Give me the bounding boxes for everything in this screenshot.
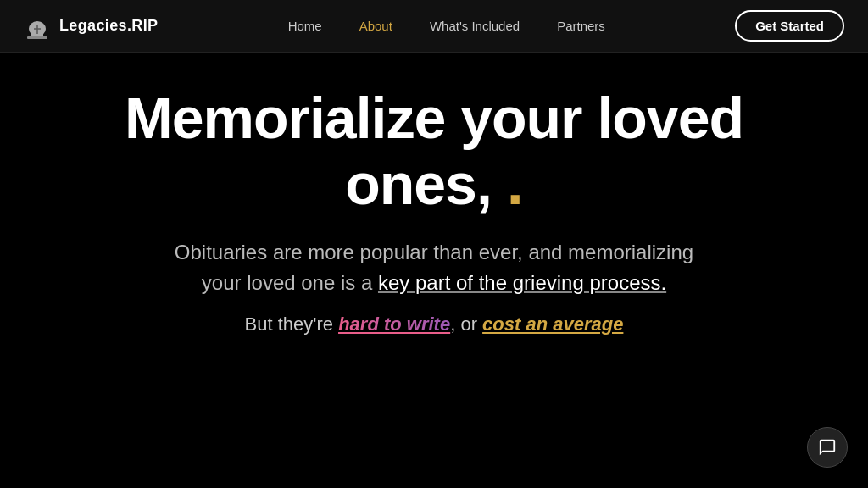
- logo[interactable]: Legacies.RIP: [24, 13, 158, 40]
- hero-title-dot: .: [507, 149, 523, 217]
- nav-about[interactable]: About: [344, 14, 408, 38]
- hero-bottom-prefix: But they're: [245, 313, 339, 335]
- hero-title-line1: Memorialize your loved: [125, 86, 743, 150]
- hero-title: Memorialize your loved ones, .: [125, 86, 743, 217]
- logo-text: Legacies.RIP: [59, 17, 158, 35]
- cost-average-link[interactable]: cost an average: [482, 313, 623, 335]
- svg-rect-2: [27, 36, 47, 39]
- hero-bottom-text: But they're hard to write, or cost an av…: [245, 313, 624, 336]
- chat-icon: [818, 438, 837, 457]
- hero-title-line2: ones,: [345, 152, 492, 216]
- nav-whats-included[interactable]: What's Included: [415, 14, 535, 38]
- get-started-button[interactable]: Get Started: [735, 10, 844, 42]
- hard-to-write-link[interactable]: hard to write: [338, 313, 450, 335]
- hero-bottom-mid: , or: [450, 313, 482, 335]
- grieving-link[interactable]: key part of the grieving process.: [378, 271, 666, 294]
- tombstone-icon: [24, 13, 51, 40]
- hero-subtitle: Obituaries are more popular than ever, a…: [171, 237, 697, 298]
- nav-links: Home About What's Included Partners: [273, 14, 620, 38]
- nav-partners[interactable]: Partners: [542, 14, 620, 38]
- chat-widget[interactable]: [807, 427, 848, 468]
- navbar: Legacies.RIP Home About What's Included …: [0, 0, 868, 53]
- hero-section: Memorialize your loved ones, . Obituarie…: [0, 53, 868, 336]
- nav-home[interactable]: Home: [273, 14, 337, 38]
